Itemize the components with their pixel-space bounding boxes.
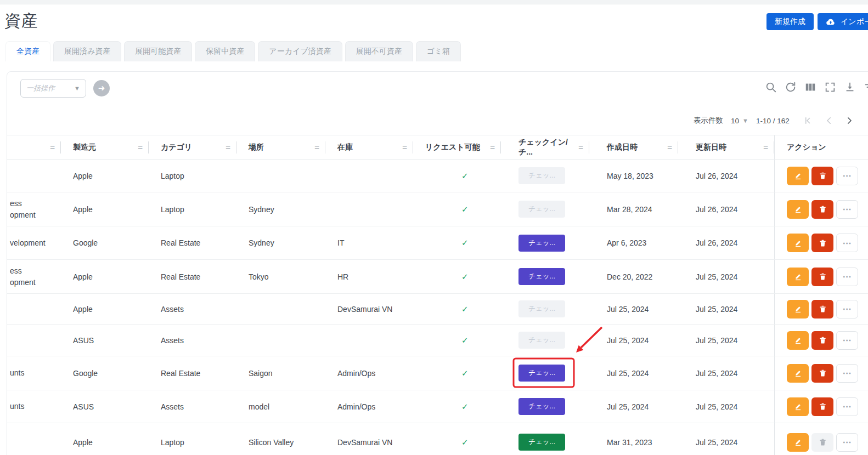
cell-created: Apr 6, 2023 [589,238,678,247]
column-menu-icon[interactable]: = [50,143,55,152]
column-label: リクエスト可能 [425,143,480,152]
delete-button[interactable] [811,200,833,219]
last-page-icon[interactable] [865,116,868,126]
import-button-label: インポー [841,17,868,27]
cell-name: velopment [7,237,61,249]
pagination-controls [804,116,868,126]
more-actions-button[interactable]: ⋯ [836,397,858,416]
more-actions-button[interactable]: ⋯ [836,364,858,383]
tab-1[interactable]: 展開済み資産 [53,41,121,61]
column-menu-icon[interactable]: = [402,143,407,152]
column-header-stock[interactable]: 在庫= [325,135,413,159]
cell-checkin: チェッ... [501,167,589,184]
checkin-button[interactable]: チェッ... [518,268,565,285]
cell-manufacturer: Apple [61,305,149,314]
column-menu-icon[interactable]: = [763,143,768,152]
tab-bar: 全資産展開済み資産展開可能資産保留中資産アーカイブ済資産展開不可資産ゴミ箱 [5,41,461,61]
column-header-requestable[interactable]: リクエスト可能= [413,135,501,159]
import-button[interactable]: インポー [818,13,868,30]
edit-button[interactable] [787,331,809,350]
column-menu-icon[interactable]: = [314,143,319,152]
delete-button[interactable] [811,234,833,252]
edit-button[interactable] [787,200,809,219]
column-header-created[interactable]: 作成日時= [589,135,678,159]
column-menu-icon[interactable]: = [138,143,143,152]
delete-button[interactable] [811,167,833,185]
edit-button[interactable] [787,300,809,318]
cell-actions: ⋯ [774,226,868,259]
more-actions-button[interactable]: ⋯ [836,268,858,286]
fullscreen-icon[interactable] [824,81,836,93]
bulk-action-submit-button[interactable]: ➜ [93,80,110,96]
cell-location: Saigon [236,369,325,378]
edit-button[interactable] [787,364,809,383]
edit-button[interactable] [787,397,809,416]
edit-button[interactable] [787,167,809,185]
checkin-button[interactable]: チェッ... [518,235,565,252]
delete-button[interactable] [811,364,833,383]
column-header-category[interactable]: カテゴリ= [149,135,236,159]
column-header-location[interactable]: 場所= [236,135,325,159]
delete-button[interactable] [811,331,833,350]
pencil-icon [794,336,802,344]
column-header-manufacturer[interactable]: 製造元= [61,135,149,159]
create-button[interactable]: 新規作成 [766,13,814,30]
prev-page-icon [824,116,834,126]
checkin-button[interactable]: チェッ... [518,365,565,382]
page-size-select[interactable]: 10 ▼ [731,117,748,125]
checkin-button[interactable]: チェッ... [518,434,565,451]
more-actions-button[interactable]: ⋯ [836,433,858,452]
delete-button[interactable] [811,268,833,286]
checkin-button: チェッ... [518,300,565,317]
column-menu-icon[interactable]: = [490,143,495,152]
cell-location: Sydney [236,205,325,214]
table-row-3: velopmentGoogleReal EstateSydneyIT✓チェッ..… [7,226,868,260]
edit-button[interactable] [787,234,809,252]
table-row-7: untsGoogleReal EstateSaigonAdmin/Ops✓チェッ… [7,356,868,390]
cell-actions: ⋯ [774,294,868,324]
checkin-button: チェッ... [518,167,565,184]
tab-3[interactable]: 保留中資産 [195,41,255,61]
columns-icon[interactable] [804,81,816,93]
cell-stock: IT [325,238,413,247]
check-icon: ✓ [461,335,469,345]
column-label: チェックイン/チ... [518,138,578,157]
filter-icon[interactable] [864,81,868,93]
more-actions-button[interactable]: ⋯ [836,300,858,318]
column-menu-icon[interactable]: = [226,143,230,152]
tab-0[interactable]: 全資産 [5,41,50,61]
refresh-icon[interactable] [785,81,797,93]
pencil-icon [794,438,802,446]
pencil-icon [794,205,802,213]
column-header-updated[interactable]: 更新日時= [678,135,774,159]
more-actions-button[interactable]: ⋯ [836,331,858,350]
column-menu-icon[interactable]: = [578,143,583,152]
delete-button[interactable] [811,397,833,416]
bulk-action-select[interactable]: 一括操作 ▼ [20,79,86,98]
chevron-down-icon: ▼ [742,117,748,124]
column-header-checkin[interactable]: チェックイン/チ...= [501,135,589,159]
more-actions-button[interactable]: ⋯ [836,234,858,252]
column-menu-icon[interactable]: = [667,143,672,152]
trash-icon [819,336,827,344]
tab-6[interactable]: ゴミ箱 [416,41,461,61]
cell-updated: Jul 26, 2024 [678,238,774,247]
checkin-button[interactable]: チェッ... [518,398,565,415]
tab-5[interactable]: 展開不可資産 [345,41,413,61]
column-header-name[interactable]: = [7,135,61,159]
page-size-label: 表示件数 [694,116,723,126]
edit-button[interactable] [787,433,809,452]
more-actions-button[interactable]: ⋯ [836,167,858,185]
tab-4[interactable]: アーカイブ済資産 [258,41,342,61]
next-page-icon[interactable] [844,116,854,126]
tab-2[interactable]: 展開可能資産 [124,41,192,61]
delete-button[interactable] [811,300,833,318]
page-title: 資産 [4,10,38,32]
edit-button[interactable] [787,268,809,286]
more-actions-button[interactable]: ⋯ [836,200,858,219]
cell-updated: Jul 25, 2024 [678,369,774,378]
cell-location: model [236,402,325,411]
download-icon[interactable] [844,81,856,93]
column-header-actions[interactable]: アクション [774,135,868,159]
search-icon[interactable] [765,81,777,93]
